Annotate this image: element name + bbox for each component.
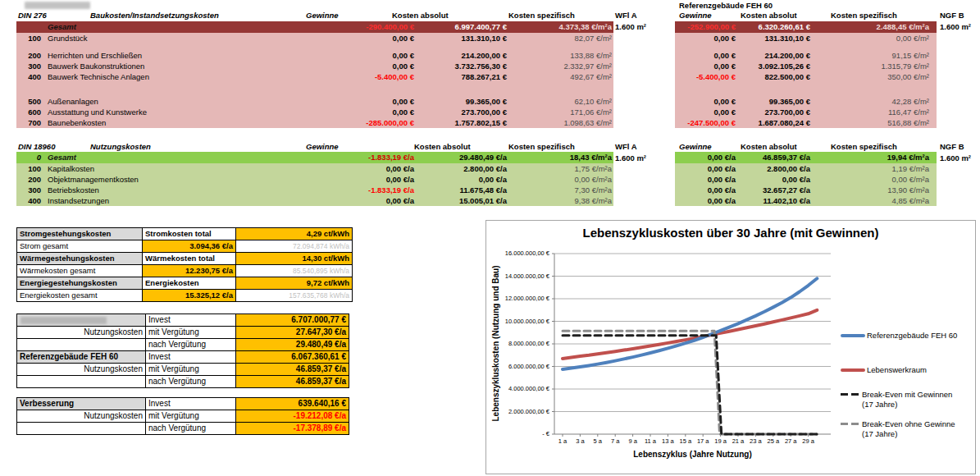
value-cell: 516,88 €/m² <box>814 117 937 128</box>
invest-row: nach Vergütung46.859,37 €/a <box>16 375 349 388</box>
row-code: 600 <box>16 107 41 117</box>
value-cell: 6.320.260,61 € <box>737 21 814 33</box>
din276-gewinne-header-left: Gewinne <box>306 10 339 21</box>
y-tick-label: 12.000.000,00 € <box>486 295 549 303</box>
din-row: 0,00 €/a0,00 €/a0,00 €/m²a <box>675 174 937 185</box>
nutzungskosten-label: Nutzungskosten <box>16 363 146 376</box>
energy-header-row: WärmegestehungskostenWärmekosten total14… <box>16 252 353 265</box>
spreadsheet-report: DIN 276 Baukosten/Instandsetzungskosten … <box>0 0 980 476</box>
energy-row-label: Wärmekosten gesamt <box>16 264 143 277</box>
value-cell: 46.859,37 €/a <box>737 152 814 163</box>
value-cell: 0,00 €/a <box>737 174 814 185</box>
value-cell: 1.687.080,24 € <box>737 117 814 128</box>
invest-label: Invest <box>145 350 236 364</box>
row-label: Gesamt <box>41 21 248 33</box>
din276-area-value-left: 1.600 m² <box>615 21 646 32</box>
din276-label: DIN 276 <box>18 10 47 21</box>
mit-verguetung-value: 27.647,30 €/a <box>235 326 349 339</box>
energy-section-label: Wärmegestehungskosten <box>16 252 143 265</box>
value-cell: 133,88 €/m² <box>508 50 613 61</box>
energy-total-label: Wärmekosten total <box>142 252 236 265</box>
value-cell: 214.200,00 € <box>737 50 814 61</box>
value-cell: 15.005,01 €/a <box>416 195 508 206</box>
value-cell: 492,67 €/m² <box>508 71 613 82</box>
value-cell: 32.657,27 €/a <box>737 185 814 195</box>
value-cell: 18,43 €/m²a <box>508 152 613 163</box>
din276-spez-header-right: Kosten spezifisch <box>831 10 897 21</box>
din-row: 0,00 €99.365,00 €42,28 €/m² <box>675 96 937 107</box>
row-label: Bauwerk Baukonstruktionen <box>41 61 248 71</box>
invest-row: Nutzungskostenmit Vergütung27.647,30 €/a <box>16 326 349 339</box>
din-row: 400Bauwerk Technische Anlagen-5.400,00 €… <box>16 71 613 82</box>
value-cell: -5.400,00 € <box>675 71 737 82</box>
value-cell: 273.700,00 € <box>416 107 508 117</box>
value-cell: 2.800,00 €/a <box>416 163 508 174</box>
legend-solid-line-icon <box>841 334 865 337</box>
row-spacer <box>16 43 613 50</box>
energy-quantity-value: 72.094,874 kWh/a <box>235 240 353 253</box>
y-tick-label: 16.000.000,00 € <box>486 249 549 258</box>
value-cell: 19,94 €/m²a <box>814 152 937 163</box>
legend-entry: Lebenswerkraum <box>841 365 970 375</box>
din18960-category-header: Nutzungskosten <box>90 141 151 152</box>
value-cell: 788.267,21 € <box>416 71 508 82</box>
din-row: -5.400,00 €822.500,00 €350,00 €/m² <box>675 71 937 82</box>
row-code: 500 <box>16 96 41 107</box>
value-cell: 350,00 €/m² <box>814 71 937 82</box>
din-row: 0,00 €273.700,00 €116,47 €/m² <box>675 107 937 117</box>
value-cell: 273.700,00 € <box>737 107 814 117</box>
row-code: 100 <box>16 33 41 43</box>
value-cell: 0,00 €/m²a <box>508 174 613 185</box>
value-cell: 0,00 €/a <box>416 174 508 185</box>
nach-verguetung-label: nach Vergütung <box>145 338 236 351</box>
row-code: 700 <box>16 117 41 128</box>
value-cell: -5.400,00 € <box>248 71 416 82</box>
din-row: 100Kapitalkosten0,00 €/a2.800,00 €/a1,75… <box>16 163 613 174</box>
invest-row: VerbesserungInvest639.640,16 € <box>16 397 349 410</box>
energy-section-label: Stromgestehungskosten <box>16 227 143 240</box>
din276-abs-header-right: Kosten absolut <box>741 10 797 21</box>
din18960-gewinne-header-left: Gewinne <box>306 141 339 152</box>
value-cell: 91,15 €/m² <box>814 50 937 61</box>
row-label: Baunebenkosten <box>41 117 248 128</box>
energy-cost-value: 3.094,36 €/a <box>142 240 236 253</box>
nutzungskosten-label: Nutzungskosten <box>16 326 146 339</box>
din-row: 200Objektmanagementkosten0,00 €/a0,00 €/… <box>16 174 613 185</box>
value-cell: 1.757.802,15 € <box>416 117 508 128</box>
legend-label: Referenzgebäude FEH 60 <box>867 331 970 341</box>
value-cell: 99.365,00 € <box>416 96 508 107</box>
value-cell: 0,00 €/a <box>675 185 737 195</box>
legend-dashed-line-icon <box>841 423 860 425</box>
y-tick-label: 2.000.000,00 € <box>486 408 549 416</box>
value-cell: 3.732.756,30 € <box>416 61 508 71</box>
value-cell: -290.400,00 € <box>248 21 416 33</box>
value-cell: 116,47 €/m² <box>814 107 937 117</box>
value-cell: 0,00 €/a <box>675 152 737 163</box>
row-code <box>16 21 41 33</box>
row-code: 300 <box>16 61 41 71</box>
series-line-3 <box>563 331 817 434</box>
legend-label: Break-Even mit Gewinnen (17 Jahre) <box>862 390 965 409</box>
mit-verguetung-label: mit Vergütung <box>145 363 236 376</box>
value-cell: 0,00 € <box>248 50 416 61</box>
energy-rate-value: 9,72 ct/kWh <box>235 277 353 290</box>
din276-area-header-right: NGF B <box>940 10 964 21</box>
row-code: 400 <box>16 195 41 206</box>
y-tick-label: - € <box>486 430 549 438</box>
energy-value-row: Wärmekosten gesamt12.230,75 €/a85.540,89… <box>16 264 353 277</box>
din18960-abs-header-left: Kosten absolut <box>414 141 471 152</box>
invest-row: Nutzungskostenmit Vergütung-19.212,08 €/… <box>16 410 349 423</box>
nach-verguetung-value: -17.378,89 €/a <box>235 422 349 435</box>
empty-cell <box>16 338 146 351</box>
din-row: 200Herrichten und Erschließen0,00 €214.2… <box>16 50 613 61</box>
row-label: Gesamt <box>41 152 248 163</box>
empty-cell <box>16 375 146 388</box>
din276-table-right: -252.900,00 €6.320.260,61 €2.488,45 €/m²… <box>675 21 937 128</box>
nutzungskosten-label: Nutzungskosten <box>16 410 146 423</box>
din-row: 0,00 €214.200,00 €91,15 €/m² <box>675 50 937 61</box>
value-cell: 0,00 € <box>248 33 416 43</box>
din-row: 0,00 €/a2.800,00 €/a1,19 €/m²a <box>675 163 937 174</box>
legend-label: Lebenswerkraum <box>867 365 970 375</box>
nach-verguetung-value: 29.480,49 €/a <box>235 338 349 351</box>
mit-verguetung-value: -19.212,08 €/a <box>235 410 349 423</box>
